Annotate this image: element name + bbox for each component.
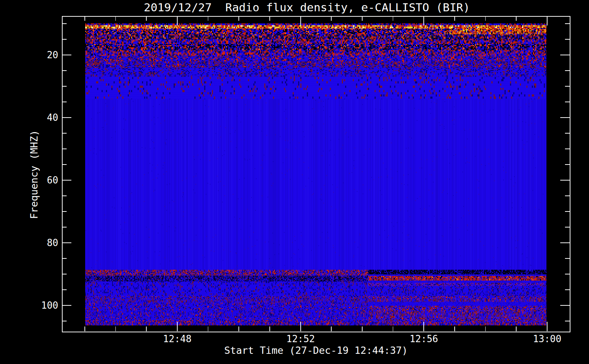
x-axis-minor-tick [485,327,486,331]
y-axis-right-minor-tick [565,258,570,259]
y-axis-major-tick [62,180,71,181]
x-axis-top-minor-tick [238,16,239,21]
spectrogram-canvas [85,17,546,325]
x-axis-minor-tick [393,327,394,331]
x-axis-top-minor-tick [331,16,332,21]
y-axis-minor-tick [62,70,67,71]
x-axis-minor-tick [238,327,239,331]
x-axis-major-tick [177,322,178,331]
x-axis-top-minor-tick [516,16,517,21]
y-axis-minor-tick [62,211,67,212]
y-axis-minor-tick [62,195,67,196]
y-tick-label: 80 [20,237,58,248]
x-axis-minor-tick [208,327,209,331]
y-axis-right-minor-tick [565,227,570,228]
y-axis-right-minor-tick [565,70,570,71]
plot-area [62,16,570,332]
x-tick-label: 12:56 [398,333,449,344]
x-axis-top-major-tick [300,16,301,25]
y-tick-label: 60 [20,175,58,186]
x-axis-minor-tick [146,327,147,331]
y-tick-label: 40 [20,112,58,123]
y-axis-minor-tick [62,86,67,87]
y-axis-right-minor-tick [565,164,570,165]
y-axis-right-minor-tick [565,86,570,87]
y-axis-right-minor-tick [565,321,570,321]
x-axis-minor-tick [84,327,85,331]
y-axis-minor-tick [62,274,67,274]
y-axis-right-minor-tick [565,133,570,134]
x-axis-top-minor-tick [362,16,363,21]
x-tick-label: 12:52 [275,333,326,344]
x-axis-major-tick [423,322,424,331]
x-axis-minor-tick [516,327,517,331]
y-axis-major-tick [62,242,71,243]
y-axis-right-major-tick [560,180,570,181]
y-axis-minor-tick [62,102,67,102]
spectrogram-figure: 2019/12/27 Radio flux density, e-CALLIST… [0,0,589,364]
x-axis-top-minor-tick [393,16,394,21]
x-axis-top-minor-tick [208,16,209,21]
y-axis-major-tick [62,117,71,118]
x-axis-top-major-tick [177,16,178,25]
y-axis-right-minor-tick [565,39,570,40]
y-axis-right-major-tick [560,117,570,118]
y-axis-major-tick [62,305,71,306]
y-axis-right-minor-tick [565,195,570,196]
y-axis-right-major-tick [560,305,570,306]
y-axis-minor-tick [62,133,67,134]
x-axis-major-tick [547,322,548,331]
y-axis-minor-tick [62,227,67,228]
y-axis-minor-tick [62,289,67,290]
x-axis-top-minor-tick [454,16,455,21]
x-axis-major-tick [300,322,301,331]
x-axis-top-minor-tick [269,16,270,21]
y-axis-minor-tick [62,164,67,165]
y-axis-right-minor-tick [565,274,570,274]
y-axis-right-minor-tick [565,289,570,290]
x-axis-minor-tick [454,327,455,331]
y-axis-right-major-tick [560,55,570,55]
y-axis-minor-tick [62,321,67,321]
x-axis-minor-tick [115,327,116,331]
x-axis-top-minor-tick [146,16,147,21]
x-tick-label: 12:48 [152,333,203,344]
y-axis-right-minor-tick [565,23,570,24]
y-axis-minor-tick [62,39,67,40]
y-axis-minor-tick [62,258,67,259]
x-tick-label: 13:00 [522,333,573,344]
y-axis-right-minor-tick [565,102,570,102]
y-axis-right-minor-tick [565,211,570,212]
y-tick-label: 20 [20,50,58,60]
y-tick-label: 100 [20,300,58,311]
x-axis-minor-tick [269,327,270,331]
x-axis-top-minor-tick [485,16,486,21]
y-axis-minor-tick [62,149,67,149]
x-axis-title: Start Time (27-Dec-19 12:44:37) [70,345,562,356]
y-axis-minor-tick [62,23,67,24]
y-axis-major-tick [62,55,71,55]
y-axis-right-minor-tick [565,149,570,149]
x-axis-top-minor-tick [84,16,85,21]
x-axis-top-minor-tick [115,16,116,21]
x-axis-top-major-tick [423,16,424,25]
x-axis-minor-tick [362,327,363,331]
x-axis-minor-tick [331,327,332,331]
x-axis-top-major-tick [547,16,548,25]
y-axis-right-major-tick [560,242,570,243]
chart-title: 2019/12/27 Radio flux density, e-CALLIST… [61,1,553,14]
